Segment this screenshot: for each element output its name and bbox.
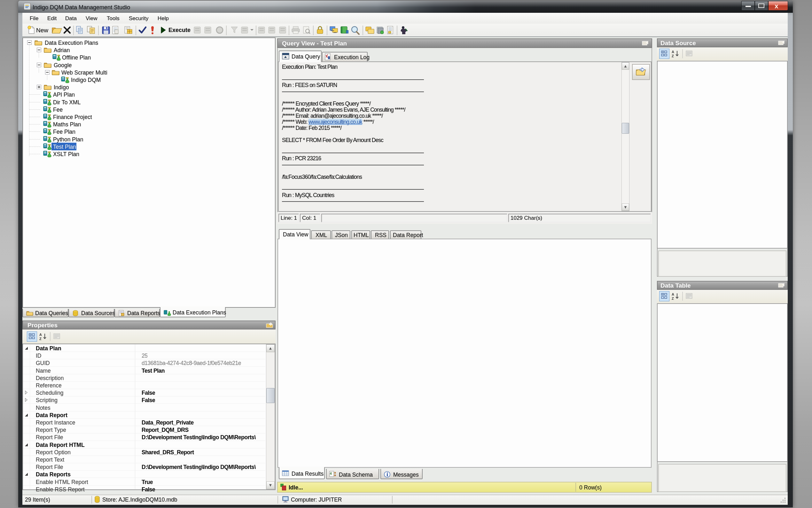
svg-text:A: A [672, 50, 674, 54]
svg-text:A: A [39, 333, 42, 337]
svg-text:A: A [672, 292, 674, 296]
svg-text:Z: Z [39, 337, 42, 341]
svg-text:4: 4 [330, 472, 332, 475]
svg-text:Z: Z [672, 54, 674, 58]
svg-text:Z: Z [672, 297, 674, 300]
